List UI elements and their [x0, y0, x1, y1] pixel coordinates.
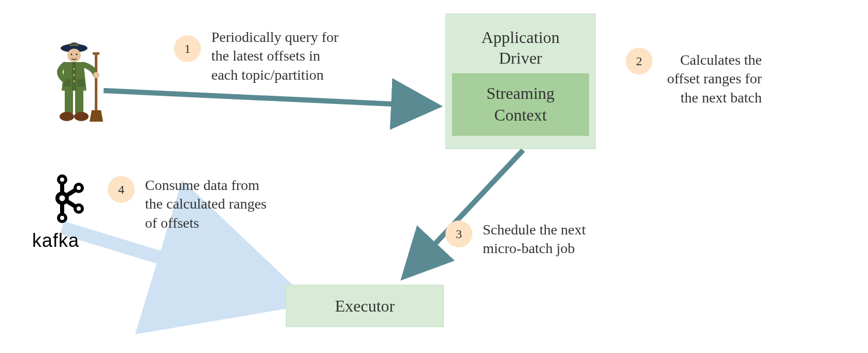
step-text-4: Consume data from the calculated ranges … [145, 176, 267, 232]
application-driver-box: Application Driver Streaming Context [445, 13, 596, 149]
kafka-label: kafka [32, 230, 79, 252]
step-num-4: 4 [118, 183, 124, 197]
step-num-2: 2 [636, 54, 642, 68]
svg-point-25 [60, 178, 64, 182]
streaming-context-label: Streaming Context [486, 83, 555, 126]
svg-point-5 [73, 68, 75, 70]
svg-point-16 [93, 72, 99, 78]
svg-rect-11 [75, 91, 83, 113]
svg-text:ZOO: ZOO [69, 42, 78, 47]
svg-point-7 [73, 80, 75, 82]
kafka-icon [41, 171, 93, 228]
executor-box: Executor [286, 285, 444, 327]
svg-rect-14 [95, 53, 97, 110]
step-num-3: 3 [456, 227, 462, 241]
svg-point-2 [67, 49, 81, 62]
zookeeper-icon: ZOO [41, 36, 109, 129]
svg-point-3 [70, 53, 72, 55]
step-badge-1: 1 [174, 35, 201, 62]
svg-point-29 [77, 207, 81, 211]
svg-point-26 [60, 196, 65, 201]
step-text-2: Calculates the offset ranges for the nex… [667, 51, 762, 107]
step-badge-3: 3 [445, 220, 472, 247]
svg-point-27 [60, 216, 64, 220]
step-badge-4: 4 [108, 176, 135, 203]
arrow-step-1 [104, 91, 438, 106]
step-num-1: 1 [184, 42, 191, 56]
step-text-1: Periodically query for the latest offset… [211, 28, 339, 84]
svg-point-4 [76, 53, 77, 55]
svg-rect-15 [93, 52, 99, 55]
svg-point-12 [60, 112, 74, 121]
svg-rect-10 [65, 91, 73, 113]
executor-label: Executor [335, 297, 395, 316]
step-text-3: Schedule the next micro-batch job [483, 220, 586, 258]
arrow-step-4 [62, 228, 274, 292]
svg-point-28 [77, 186, 81, 190]
svg-rect-9 [77, 79, 84, 86]
streaming-context-box: Streaming Context [452, 73, 589, 136]
svg-point-6 [73, 74, 75, 76]
svg-point-13 [74, 112, 89, 121]
step-badge-2: 2 [626, 48, 653, 75]
application-driver-title: Application Driver [481, 27, 559, 68]
